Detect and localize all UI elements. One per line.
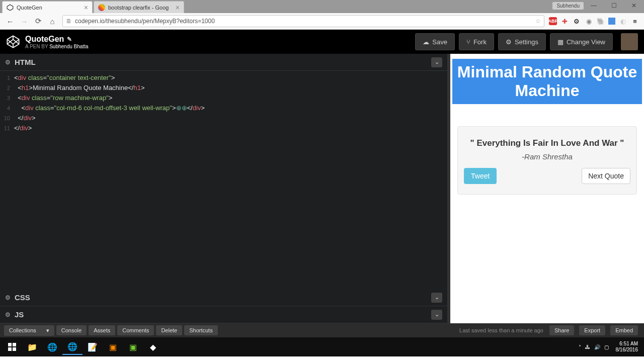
panel-settings-icon[interactable]: ⚙ [5,294,11,301]
codepen-favicon-icon [7,4,14,11]
assets-button[interactable]: Assets [89,325,115,335]
sublime-icon[interactable]: ▣ [103,339,123,355]
fork-icon: ⑂ [466,38,470,46]
collections-dropdown[interactable]: Collections▾ [4,325,54,336]
page-info-icon[interactable]: 🗎 [66,18,72,25]
html-code-editor[interactable]: 1<div class="container text-center">2 <h… [0,71,447,289]
console-button[interactable]: Console [56,325,87,335]
svg-rect-8 [8,343,12,346]
next-quote-button[interactable]: Next Quote [582,168,630,184]
menu-icon[interactable]: ≡ [630,17,639,26]
tab-title: QuoteGen [17,5,42,11]
network-icon[interactable]: 🖧 [585,344,590,350]
svg-rect-10 [8,347,12,351]
codepen-header: QuoteGen ✎ A PEN BY Subhendu Bhatta ☁Sav… [0,30,644,54]
settings-gear-icon[interactable]: ⚙ [572,17,581,26]
settings-button[interactable]: ⚙Settings [498,33,546,50]
window-controls: — ☐ ✕ [584,0,644,11]
quote-buttons: Tweet Next Quote [464,168,630,184]
svg-rect-11 [13,347,16,351]
google-favicon-icon [98,4,105,11]
share-button[interactable]: Share [549,325,574,335]
chrome-user-badge[interactable]: Subhendu [552,2,584,10]
svg-marker-0 [7,5,13,11]
url-text: codepen.io/thesubhendu/pen/MepxyB?editor… [75,18,215,25]
panel-title: HTML [15,58,36,66]
shortcuts-button[interactable]: Shortcuts [184,325,217,335]
panel-settings-icon[interactable]: ⚙ [5,59,11,66]
address-bar[interactable]: 🗎 codepen.io/thesubhendu/pen/MepxyB?edit… [62,15,544,27]
editor-column: ⚙ HTML ⌄ 1<div class="container text-cen… [0,54,450,323]
minimize-button[interactable]: — [584,0,604,11]
tab-inactive[interactable]: bootstrap clearfix - Goog × [94,1,184,13]
export-button[interactable]: Export [579,325,605,335]
js-panel-header[interactable]: ⚙ JS ⌄ [0,306,447,323]
codepen-footer: Collections▾ Console Assets Comments Del… [0,323,644,337]
codepen-logo-icon[interactable] [6,35,20,49]
header-actions: ☁Save ⑂Fork ⚙Settings ▦Change View [415,33,638,50]
layout-icon: ▦ [557,38,564,46]
home-icon[interactable]: ⌂ [48,17,57,26]
panel-title: JS [15,310,24,319]
panel-collapse-icon[interactable]: ⌄ [431,310,442,320]
extension-icon[interactable] [608,18,615,25]
panel-title: CSS [15,293,30,302]
author-link[interactable]: Subhendu Bhatta [49,44,88,49]
user-avatar[interactable] [621,33,638,50]
gear-icon: ⚙ [506,38,512,46]
save-status: Last saved less than a minute ago [459,327,543,333]
maximize-button[interactable]: ☐ [604,0,624,11]
edit-title-icon[interactable]: ✎ [67,36,72,43]
chrome-canary-icon[interactable]: 🌐 [62,339,83,355]
tab-close-icon[interactable]: × [172,4,180,12]
system-tray: ˄ 🖧 🔊 ▢ 6:51 AM 8/16/2016 [577,341,642,353]
css-panel-header[interactable]: ⚙ CSS ⌄ [0,289,447,306]
camtasia-icon[interactable]: ▣ [123,339,143,355]
byline-prefix: A PEN BY [25,44,49,49]
adblock-icon[interactable]: ABP [549,17,557,25]
chevron-down-icon: ▾ [46,327,49,334]
panel-collapse-icon[interactable]: ⌄ [431,293,442,303]
volume-icon[interactable]: 🔊 [594,344,600,350]
tab-active[interactable]: QuoteGen × [2,1,93,13]
tweet-button[interactable]: Tweet [464,168,497,184]
comments-button[interactable]: Comments [117,325,154,335]
panel-collapse-icon[interactable]: ⌄ [431,57,442,67]
start-button[interactable] [2,339,22,355]
battery-icon[interactable]: ▢ [604,344,609,350]
clock[interactable]: 6:51 AM 8/16/2016 [616,341,638,353]
change-view-button[interactable]: ▦Change View [550,33,613,50]
fork-button[interactable]: ⑂Fork [459,33,494,50]
html-panel-header[interactable]: ⚙ HTML ⌄ [0,54,447,71]
close-button[interactable]: ✕ [624,0,644,11]
windows-taskbar: 📁 🌐 🌐 📝 ▣ ▣ ◆ ˄ 🖧 🔊 ▢ 6:51 AM 8/16/2016 [0,337,644,356]
evernote-icon[interactable]: 🐘 [596,17,605,26]
reload-icon[interactable]: ⟳ [34,17,43,26]
app-icon[interactable]: ◆ [143,339,163,355]
forward-icon[interactable]: → [20,17,29,26]
nav-row: ← → ⟳ ⌂ 🗎 codepen.io/thesubhendu/pen/Mep… [0,13,644,29]
extension-icon[interactable]: ✚ [560,17,569,26]
browser-chrome: QuoteGen × bootstrap clearfix - Goog × S… [0,0,644,30]
svg-rect-9 [13,343,16,346]
cloud-icon: ☁ [423,38,429,46]
quote-well: " Everything Is Fair In Love And War " -… [457,126,637,195]
chrome-icon[interactable]: 🌐 [42,339,62,355]
tab-title: bootstrap clearfix - Goog [108,5,169,11]
bookmark-icon[interactable]: ☆ [535,18,541,25]
tabs-row: QuoteGen × bootstrap clearfix - Goog × S… [0,0,644,13]
save-button[interactable]: ☁Save [415,33,455,50]
back-icon[interactable]: ← [6,17,15,26]
extension-icon[interactable]: ◐ [618,17,627,26]
quote-text: " Everything Is Fair In Love And War " [464,137,630,150]
delete-button[interactable]: Delete [156,325,182,335]
file-explorer-icon[interactable]: 📁 [22,339,42,355]
pen-title: QuoteGen [25,35,64,44]
extension-icon[interactable]: ◉ [584,17,593,26]
tray-up-icon[interactable]: ˄ [579,344,581,350]
app-icon[interactable]: 📝 [83,339,103,355]
quote-author: -Ram Shrestha [464,152,630,161]
embed-button[interactable]: Embed [610,325,638,335]
panel-settings-icon[interactable]: ⚙ [5,311,11,318]
tab-close-icon[interactable]: × [80,4,88,12]
